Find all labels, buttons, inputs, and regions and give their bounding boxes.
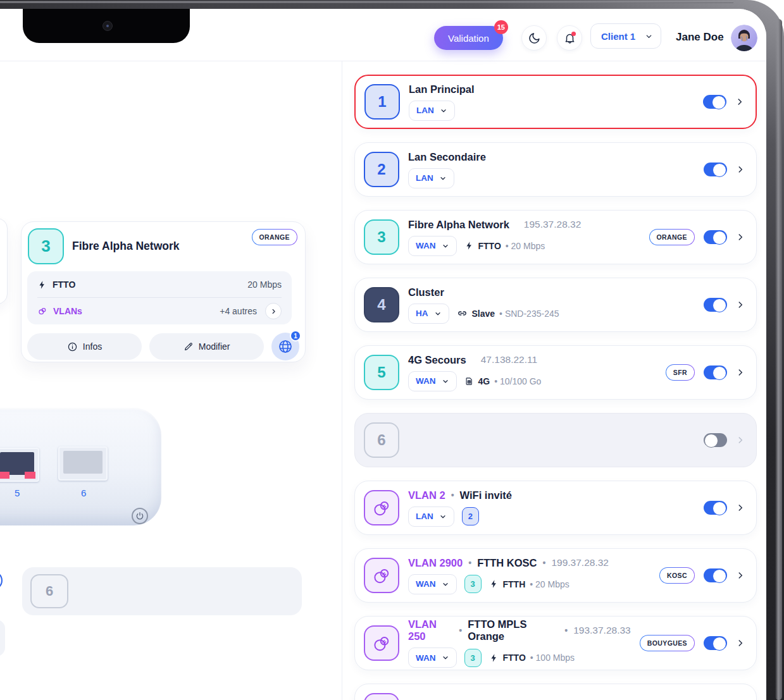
row-title: Lan Principal bbox=[409, 83, 475, 95]
modifier-button[interactable]: Modifier bbox=[149, 333, 264, 360]
info-icon bbox=[67, 341, 78, 352]
connection-type: 4G bbox=[478, 376, 490, 386]
enable-toggle[interactable] bbox=[704, 365, 727, 379]
dark-mode-button[interactable] bbox=[521, 25, 547, 51]
mode-select[interactable]: LAN bbox=[408, 168, 454, 188]
notifications-button[interactable] bbox=[557, 25, 582, 51]
chevron-right-icon[interactable] bbox=[736, 165, 745, 174]
network-row[interactable]: 3Fibre Alpha Network195.37.28.32WANFTTO•… bbox=[354, 210, 757, 264]
port-number-badge: 3 bbox=[364, 219, 399, 255]
mode-select[interactable]: LAN bbox=[408, 507, 454, 527]
operator-badge: ORANGE bbox=[252, 229, 298, 245]
connection-meta: FTTH• 20 Mbps bbox=[489, 579, 569, 589]
ip-address: 195.37.28.32 bbox=[524, 219, 582, 230]
dot-separator: • bbox=[564, 625, 568, 636]
enable-toggle[interactable] bbox=[704, 298, 727, 312]
network-detail-card: 3 Fibre Alpha Network ORANGE FTTO 20 Mbp… bbox=[21, 221, 306, 362]
row-title: FTTO MPLS Orange bbox=[468, 618, 559, 642]
enable-toggle[interactable] bbox=[704, 163, 727, 176]
network-row[interactable]: VLAN 2•WiFi invitéLAN2 bbox=[354, 481, 757, 535]
row-right-controls bbox=[704, 433, 745, 447]
network-row[interactable]: 4ClusterHASlave• SND-235-245 bbox=[354, 278, 757, 332]
client-select[interactable]: Client 1 bbox=[590, 23, 661, 49]
network-row[interactable]: VLAN 250•FTTO MPLS Orange•193.37.28.33WA… bbox=[354, 616, 757, 670]
mode-select[interactable]: WAN bbox=[408, 236, 457, 256]
network-row[interactable]: 6 bbox=[354, 413, 757, 467]
card-actions: Infos Modifier 1 bbox=[27, 333, 299, 360]
chevron-right-icon[interactable] bbox=[736, 436, 745, 445]
port-number-badge: 5 bbox=[364, 355, 399, 390]
mode-select-value: WAN bbox=[416, 653, 436, 663]
enable-toggle[interactable] bbox=[703, 95, 726, 109]
network-row[interactable]: VLAN 203•ADSL SFR•193.37.28.34 bbox=[354, 684, 757, 700]
enable-toggle[interactable] bbox=[704, 636, 727, 650]
ip-address: 199.37.28.32 bbox=[551, 557, 609, 568]
row-controls: WAN3FTTH• 20 Mbps bbox=[408, 574, 650, 594]
infos-button[interactable]: Infos bbox=[27, 333, 142, 360]
chevron-down-icon bbox=[439, 513, 447, 520]
vlans-expand-button[interactable] bbox=[265, 303, 282, 319]
chevron-down-icon bbox=[645, 32, 653, 40]
vlan-badge bbox=[364, 625, 399, 661]
mode-select-value: LAN bbox=[416, 106, 434, 115]
network-info-box: FTTO 20 Mbps VLANs +4 autres bbox=[27, 271, 292, 324]
row-title: Cluster bbox=[408, 286, 444, 298]
chevron-right-icon[interactable] bbox=[735, 97, 744, 106]
mode-select[interactable]: LAN bbox=[409, 101, 455, 121]
port-number-badge: 1 bbox=[364, 84, 400, 120]
chevron-right-icon[interactable] bbox=[736, 368, 745, 377]
port-5-label: 5 bbox=[15, 488, 20, 498]
internet-button[interactable]: 1 bbox=[271, 333, 299, 360]
ethernet-port-5 bbox=[0, 448, 39, 482]
power-icon bbox=[132, 508, 148, 524]
validation-count-badge: 15 bbox=[494, 20, 508, 34]
mode-select[interactable]: WAN bbox=[408, 648, 457, 668]
row-right-controls: BOUYGUES bbox=[640, 635, 745, 651]
mode-select[interactable]: WAN bbox=[408, 371, 457, 391]
connection-detail: • 10/100 Go bbox=[494, 376, 541, 386]
camera-icon bbox=[103, 21, 113, 31]
row-right-controls bbox=[703, 95, 744, 109]
chevron-down-icon bbox=[440, 107, 447, 114]
enable-toggle[interactable] bbox=[704, 433, 727, 447]
row-title-line: VLAN 250•FTTO MPLS Orange•193.37.28.33 bbox=[408, 618, 631, 642]
network-row[interactable]: 1Lan PrincipalLAN bbox=[354, 75, 757, 129]
port-number-badge: 4 bbox=[364, 287, 399, 322]
network-row[interactable]: 2Lan SecondaireLAN bbox=[354, 142, 757, 197]
row-title-line: VLAN 2900•FTTH KOSC•199.37.28.32 bbox=[408, 557, 650, 569]
chevron-right-icon[interactable] bbox=[736, 233, 745, 242]
avatar[interactable] bbox=[731, 25, 757, 51]
mode-select[interactable]: HA bbox=[408, 304, 449, 324]
partial-card-edge-bottom bbox=[0, 620, 5, 656]
network-row[interactable]: 54G Secours47.138.22.11WAN4G• 10/100 GoS… bbox=[354, 345, 757, 400]
chevron-right-icon[interactable] bbox=[736, 300, 745, 309]
enable-toggle[interactable] bbox=[704, 230, 727, 244]
connection-type: FTTO bbox=[478, 241, 501, 251]
vlans-more-value: +4 autres bbox=[220, 306, 257, 316]
port-6-label: 6 bbox=[81, 488, 86, 498]
chevron-right-icon[interactable] bbox=[736, 571, 745, 580]
vlans-label: VLANs bbox=[53, 306, 82, 316]
chevron-down-icon bbox=[442, 580, 449, 588]
operator-badge: KOSC bbox=[659, 567, 695, 584]
network-row[interactable]: VLAN 2900•FTTH KOSC•199.37.28.32WAN3FTTH… bbox=[354, 548, 757, 603]
validation-button[interactable]: Validation 15 bbox=[434, 26, 503, 50]
chevron-down-icon bbox=[442, 654, 449, 661]
enable-toggle[interactable] bbox=[704, 568, 727, 582]
mode-select[interactable]: WAN bbox=[408, 574, 457, 594]
row-title-line: Fibre Alpha Network195.37.28.32 bbox=[408, 219, 640, 231]
user-name: Jane Doe bbox=[676, 31, 724, 44]
router-device-image: 5 6 bbox=[0, 408, 161, 525]
port-number-badge: 2 bbox=[364, 152, 399, 187]
row-title: Fibre Alpha Network bbox=[408, 219, 509, 231]
chevron-right-icon[interactable] bbox=[736, 639, 745, 648]
row-title-line: Lan Principal bbox=[409, 83, 694, 95]
chevron-right-icon[interactable] bbox=[736, 503, 745, 512]
client-select-value: Client 1 bbox=[601, 31, 638, 42]
enable-toggle[interactable] bbox=[704, 501, 727, 515]
row-right-controls: KOSC bbox=[659, 567, 745, 584]
row-title: 4G Secours bbox=[408, 354, 466, 366]
port-number-badge: 6 bbox=[364, 422, 399, 458]
bolt-icon bbox=[37, 280, 47, 290]
mode-select-value: WAN bbox=[416, 579, 436, 589]
